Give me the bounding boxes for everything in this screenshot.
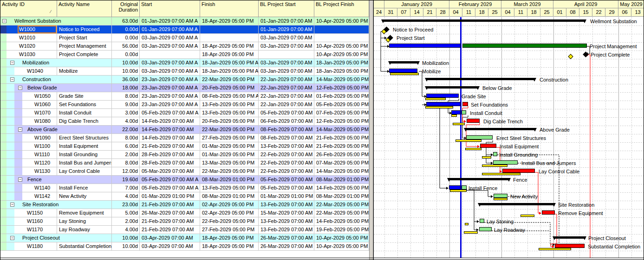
table-row[interactable]: Notice to Proceed0.00d01-Jan-2029 07:00 … (0, 25, 369, 34)
timeline-week[interactable]: 25 (488, 8, 501, 16)
timeline-week[interactable]: 25 (540, 8, 553, 16)
timeline-week[interactable]: 06 (618, 8, 631, 16)
timeline-month[interactable]: February 2029 (449, 0, 501, 8)
timeline-month[interactable]: May 2029 (618, 0, 644, 8)
summary-bar[interactable] (448, 178, 510, 180)
gantt-bar[interactable] (493, 160, 518, 165)
column-header-activity-name[interactable]: Activity Name (57, 0, 112, 17)
gantt-bar[interactable] (462, 44, 587, 48)
timeline-week[interactable]: 11 (514, 8, 527, 16)
summary-bar[interactable] (382, 19, 585, 22)
gantt-bar[interactable] (555, 244, 585, 248)
column-header-bl-project-finish[interactable]: BL Project Finish (314, 0, 369, 17)
table-row[interactable]: 36.00d23-Jan-2029 07:00 AM A22-Mar-2029 … (0, 76, 369, 84)
gantt-bar[interactable] (467, 119, 480, 123)
summary-bar[interactable] (426, 78, 535, 80)
table-row[interactable]: Lay Roadway4.00d21-Feb-2029 07:00 AM27-F… (0, 226, 369, 234)
column-header-bl-project-start[interactable]: BL Project Start (259, 0, 314, 17)
timeline-week[interactable]: 22 (592, 8, 605, 16)
timeline-week[interactable]: 24 (374, 8, 384, 16)
timeline-week[interactable]: 13 (631, 8, 644, 16)
gantt-bar[interactable] (389, 69, 417, 73)
gantt-bar[interactable] (479, 227, 492, 231)
summary-bar[interactable] (465, 128, 536, 130)
gantt-bar[interactable] (451, 110, 461, 114)
table-row[interactable]: Project Start0.00d03-Jan-2029 07:00 AM A… (0, 34, 369, 42)
collapse-icon[interactable]: − (2, 19, 7, 23)
table-row[interactable]: New Activity4.00d01-Mar-2029 01:00 PM08-… (0, 192, 369, 201)
gantt-bar[interactable] (426, 94, 459, 98)
timeline-month[interactable] (374, 0, 384, 8)
gantt-bar[interactable] (389, 44, 461, 48)
gantt-bar[interactable] (502, 169, 535, 173)
gantt-bar[interactable] (480, 219, 484, 223)
table-row[interactable]: Project Complete0.00d18-Apr-2029 05:00 P… (0, 51, 369, 59)
gantt-bar[interactable] (542, 210, 555, 215)
collapse-icon[interactable]: − (10, 236, 14, 240)
timeline-week[interactable]: 15 (579, 8, 592, 16)
table-row[interactable]: 23.00d21-Feb-2029 07:00 AM02-Apr-2029 05… (0, 201, 369, 209)
table-row[interactable]: Install Bus and Jumpers8.00d28-Feb-2029 … (0, 159, 369, 167)
timeline-week[interactable]: 07 (397, 8, 410, 16)
table-row[interactable]: Substantial Completion10.00d03-Apr-2029 … (0, 242, 369, 251)
table-row[interactable]: Set Foundations9.00d23-Jan-2029 07:00 AM… (0, 101, 369, 109)
collapse-icon[interactable]: − (10, 77, 14, 82)
column-header-activity-id[interactable]: Activity ID∕ (0, 0, 57, 17)
timeline-week[interactable]: 01 (553, 8, 566, 16)
table-row[interactable]: Install Fence7.00d05-Feb-2029 07:00 AM A… (0, 184, 369, 192)
summary-bar[interactable] (553, 236, 585, 239)
timeline-week[interactable]: 18 (527, 8, 540, 16)
timeline-month[interactable]: April 2029 (553, 0, 618, 8)
gantt-bar[interactable] (480, 144, 496, 148)
table-row[interactable]: 18.00d23-Jan-2029 07:00 AM A20-Feb-2029 … (0, 84, 369, 92)
timeline-month[interactable]: January 2029 (384, 0, 449, 8)
table-row[interactable]: Install Grounding2.00d28-Feb-2029 07:00 … (0, 151, 369, 159)
table-row[interactable]: Mobilize10.00d03-Jan-2029 07:00 AM A18-J… (0, 67, 369, 76)
table-row[interactable]: 10.00d03-Jan-2029 07:00 AM A18-Jan-2029 … (0, 59, 369, 67)
table-row[interactable]: 10.00d03-Apr-2029 07:00 AM18-Apr-2029 05… (0, 234, 369, 242)
gantt-bar[interactable] (449, 185, 461, 190)
summary-bar[interactable] (389, 61, 419, 63)
gantt-bar[interactable] (494, 194, 507, 198)
timeline-week[interactable]: 31 (384, 8, 397, 16)
column-header-start[interactable]: Start (140, 0, 200, 17)
table-row[interactable]: 63.00d01-Jan-2029 07:00 AM A18-Apr-2029 … (0, 17, 369, 25)
timeline-week[interactable]: 14 (410, 8, 423, 16)
table-row[interactable]: 19.60d05-Feb-2029 07:00 AM A08-Mar-2029 … (0, 176, 369, 184)
collapse-icon[interactable]: − (18, 86, 22, 90)
timeline-week[interactable]: 04 (501, 8, 514, 16)
timeline-week[interactable]: 21 (423, 8, 436, 16)
collapse-icon[interactable]: − (18, 127, 22, 132)
table-row[interactable]: Dig Cable Trench4.00d14-Feb-2029 07:00 A… (0, 117, 369, 126)
collapse-icon[interactable]: − (18, 178, 22, 182)
table-gantt-splitter[interactable] (369, 0, 373, 260)
gantt-bar[interactable] (426, 102, 461, 106)
table-row[interactable]: Install Equipment6.00d21-Feb-2029 07:00 … (0, 142, 369, 151)
table-row[interactable]: Project Management56.00d03-Jan-2029 07:0… (0, 42, 369, 51)
table-row[interactable]: Grade Site8.00d23-Jan-2029 07:00 AM A08-… (0, 92, 369, 101)
selected-cell-edit-border[interactable] (18, 25, 57, 33)
table-row[interactable]: Remove Equipment5.00d26-Mar-2029 07:00 A… (0, 209, 369, 217)
collapse-icon[interactable]: − (10, 203, 14, 207)
column-header-original-duration[interactable]: Original Duration (112, 0, 140, 17)
timeline-month[interactable]: March 2029 (501, 0, 553, 8)
gantt-bar[interactable] (462, 102, 468, 106)
column-header-finish[interactable]: Finish (200, 0, 259, 17)
table-row[interactable]: 22.00d14-Feb-2029 07:00 AM22-Mar-2029 05… (0, 126, 369, 134)
timeline-week[interactable]: 08 (566, 8, 579, 16)
gantt-bar[interactable] (462, 185, 467, 190)
timeline-week[interactable]: 11 (462, 8, 475, 16)
timeline-week[interactable]: 18 (475, 8, 488, 16)
gantt-bar[interactable] (462, 110, 466, 114)
collapse-icon[interactable]: − (10, 61, 14, 65)
timeline-week[interactable]: 28 (436, 8, 449, 16)
table-row[interactable]: Lay Control Cable12.00d05-Mar-2029 07:00… (0, 167, 369, 176)
gantt-bar[interactable] (493, 152, 497, 156)
timeline-week[interactable]: 29 (605, 8, 618, 16)
summary-bar[interactable] (426, 86, 479, 89)
table-row[interactable]: Lay Stoning2.00d21-Feb-2029 07:00 AM22-F… (0, 217, 369, 226)
gantt-bar[interactable] (466, 135, 493, 140)
table-row[interactable]: Install Conduit3.00d05-Feb-2029 07:00 AM… (0, 109, 369, 117)
summary-bar[interactable] (479, 203, 555, 205)
timeline-week[interactable]: 04 (449, 8, 462, 16)
